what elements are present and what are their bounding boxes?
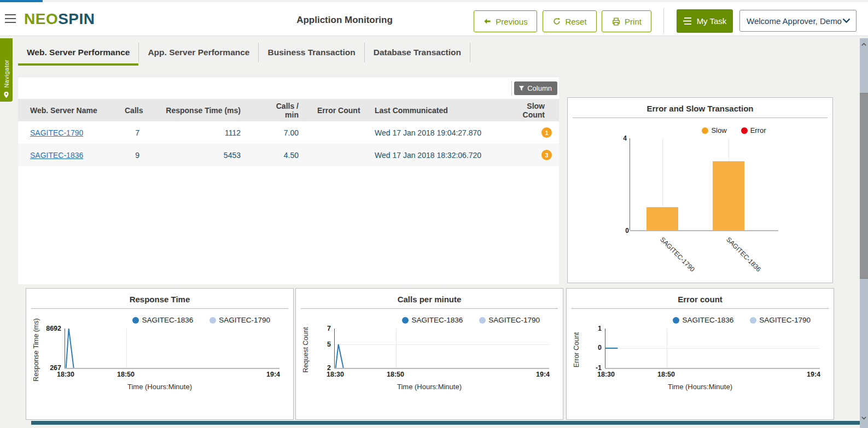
x-tick: 18:50: [387, 371, 404, 378]
tab-bar: Web. Server Performance App. Server Perf…: [18, 43, 470, 62]
bar-slow-sagitec-1790: [646, 207, 678, 230]
x-axis-label: Time (Hours:Minute): [567, 383, 834, 391]
x-tick: 18:30: [57, 371, 74, 378]
series-legend-dot: [209, 317, 216, 324]
legend-item-sagitec-1836: SAGITEC-1836: [402, 316, 463, 324]
chart-title: Response Time: [26, 295, 293, 304]
bottom-status-bar: [31, 421, 863, 425]
table-row: SAGITEC-1790 7 1112 7.00 Wed 17 Jan 2018…: [18, 121, 559, 144]
legend-label: Error: [750, 126, 766, 134]
cell-response-time: 1112: [166, 121, 261, 144]
logo-part-neo: NEO: [24, 10, 58, 27]
legend-label: SAGITEC-1836: [411, 316, 463, 324]
previous-button[interactable]: Previous: [474, 10, 537, 32]
chevron-down-icon: [842, 18, 850, 24]
my-task-button-label: My Task: [697, 16, 727, 26]
chart-title: Error and Slow Transaction: [568, 104, 832, 113]
x-category-label: SAGITEC-1836: [725, 236, 762, 273]
chart-legend: SAGITEC-1836 SAGITEC-1790: [402, 316, 540, 324]
legend-item-sagitec-1790: SAGITEC-1790: [750, 316, 811, 324]
slow-count-badge: 1: [541, 127, 552, 138]
x-tick: 19:4: [807, 371, 820, 378]
task-list-icon: [683, 17, 692, 25]
bar-chart-plot: 4 0 SAGITEC-1790 SAGITEC-1836: [630, 138, 778, 230]
x-tick: 19:4: [536, 371, 550, 378]
legend-item-sagitec-1836: SAGITEC-1836: [132, 316, 193, 324]
previous-button-label: Previous: [496, 17, 527, 26]
col-header-slow-count: Slow Count: [504, 99, 559, 121]
tab-business-transaction[interactable]: Business Transaction: [259, 43, 364, 62]
user-menu-label: Welcome Approver, Demo: [747, 16, 842, 26]
navigator-label: Navigator: [3, 60, 10, 88]
col-header-calls: Calls: [125, 99, 166, 121]
tab-app-server-performance[interactable]: App. Server Performance: [139, 43, 259, 62]
legend-label: SAGITEC-1836: [682, 316, 733, 324]
legend-label: SAGITEC-1836: [142, 316, 193, 324]
my-task-button[interactable]: My Task: [677, 9, 733, 33]
x-axis-line: [334, 368, 549, 369]
tab-database-transaction[interactable]: Database Transaction: [365, 43, 470, 62]
error-count-line-series: [605, 329, 820, 368]
series-legend-dot: [673, 317, 679, 324]
legend-label: SAGITEC-1790: [219, 316, 270, 324]
reset-button[interactable]: Reset: [543, 10, 597, 32]
cell-error-count: [316, 121, 375, 144]
y-tick: 8692: [38, 325, 61, 332]
y-tick: 7: [308, 325, 331, 332]
tab-web-server-performance[interactable]: Web. Server Performance: [18, 43, 139, 62]
cell-response-time: 5453: [166, 144, 261, 166]
series-legend-dot: [402, 317, 409, 324]
legend-label: Slow: [711, 126, 726, 134]
error-legend-dot: [741, 127, 748, 134]
col-header-last-communicated: Last Communicated: [375, 99, 504, 121]
series-legend-dot: [479, 317, 486, 324]
web-server-table: Web. Server Name Calls Response Time (ms…: [18, 99, 559, 166]
app-logo: NEOSPIN: [24, 10, 95, 28]
scroll-up-arrow-icon[interactable]: [860, 40, 868, 49]
legend-item-sagitec-1790: SAGITEC-1790: [209, 316, 270, 324]
slow-count-badge: 3: [541, 150, 552, 160]
calls-per-minute-panel: Calls per minute SAGITEC-1836 SAGITEC-17…: [295, 288, 563, 420]
hamburger-menu-icon[interactable]: [5, 14, 16, 23]
x-axis-label: Time (Hours:Minute): [26, 383, 293, 391]
cell-error-count: [316, 144, 375, 166]
x-axis-line: [605, 368, 820, 369]
scroll-down-arrow-icon[interactable]: [860, 414, 868, 423]
vertical-scrollbar[interactable]: [860, 38, 868, 428]
slow-legend-dot: [702, 127, 708, 134]
x-tick: 18:30: [327, 371, 344, 378]
column-filter-button[interactable]: Column: [514, 81, 557, 95]
server-link-sagitec-1836[interactable]: SAGITEC-1836: [30, 151, 83, 160]
user-menu-dropdown[interactable]: Welcome Approver, Demo: [739, 10, 857, 32]
title-divider: [301, 308, 558, 309]
chart-legend: SAGITEC-1836 SAGITEC-1790: [132, 316, 270, 324]
scrollbar-thumb[interactable]: [860, 93, 868, 279]
tab-label: Business Transaction: [267, 48, 355, 57]
cell-calls: 9: [125, 144, 166, 166]
title-divider: [573, 118, 828, 118]
line-chart-plot: [65, 329, 279, 368]
table-header-row: Web. Server Name Calls Response Time (ms…: [18, 99, 559, 121]
x-axis-line: [65, 368, 279, 369]
chart-legend: SAGITEC-1836 SAGITEC-1790: [673, 316, 811, 324]
error-slow-transaction-panel: Error and Slow Transaction Slow Error 4 …: [567, 97, 833, 283]
y-tick: 1: [579, 325, 602, 332]
cell-last-communicated: Wed 17 Jan 2018 19:04:27.870: [375, 121, 504, 144]
chart-title: Error count: [567, 295, 834, 304]
series-legend-dot: [132, 317, 139, 324]
y-tick-min: 0: [615, 227, 629, 234]
title-divider: [572, 308, 829, 309]
cell-calls-per-min: 7.00: [261, 121, 316, 144]
tab-label: Database Transaction: [374, 48, 461, 57]
navigator-side-tab[interactable]: Navigator: [0, 38, 13, 102]
server-link-sagitec-1790[interactable]: SAGITEC-1790: [30, 128, 83, 137]
x-category-label: SAGITEC-1790: [659, 236, 696, 273]
toolbar-divider: [511, 81, 512, 96]
y-tick: 0: [579, 344, 602, 351]
x-tick: 18:30: [597, 371, 615, 378]
x-tick: 18:50: [657, 371, 675, 378]
legend-item-slow: Slow: [702, 126, 726, 134]
series-legend-dot: [750, 317, 756, 324]
response-time-line-series: [65, 329, 279, 368]
print-button[interactable]: Print: [602, 10, 651, 32]
